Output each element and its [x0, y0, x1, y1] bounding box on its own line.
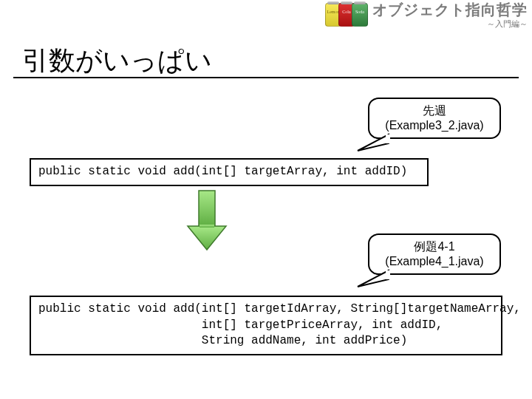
code-box-before: public static void add(int[] targetArray…	[30, 158, 429, 186]
svg-rect-1	[386, 134, 390, 143]
callout2-line1: 例題4-1	[383, 239, 486, 254]
soda-can-label: Soda	[352, 10, 367, 14]
svg-marker-3	[188, 226, 226, 250]
code-box-after: public static void add(int[] targetIdArr…	[30, 296, 502, 355]
callout1-tail-icon	[353, 133, 390, 155]
svg-marker-0	[358, 134, 389, 151]
slide-header: Lemon Cola Soda オブジェクト指向哲学 ～入門編～	[321, 0, 532, 30]
callout2-tail-icon	[353, 269, 390, 291]
title-underline	[13, 77, 519, 78]
brand-block: オブジェクト指向哲学 ～入門編～	[372, 1, 528, 28]
svg-rect-6	[386, 270, 390, 279]
callout1-line2: (Example3_2.java)	[383, 118, 486, 133]
callout1-line1: 先週	[383, 103, 486, 118]
soda-can-icon: Soda	[352, 3, 368, 27]
down-arrow-icon	[185, 189, 229, 253]
svg-rect-4	[200, 225, 214, 228]
can-illustration: Lemon Cola Soda	[325, 3, 368, 27]
slide-title: 引数がいっぱい	[22, 43, 212, 79]
svg-marker-5	[358, 270, 389, 287]
brand-title: オブジェクト指向哲学	[372, 1, 528, 18]
brand-subtitle: ～入門編～	[372, 19, 528, 28]
svg-rect-2	[199, 191, 215, 226]
callout2-line2: (Example4_1.java)	[383, 254, 486, 269]
